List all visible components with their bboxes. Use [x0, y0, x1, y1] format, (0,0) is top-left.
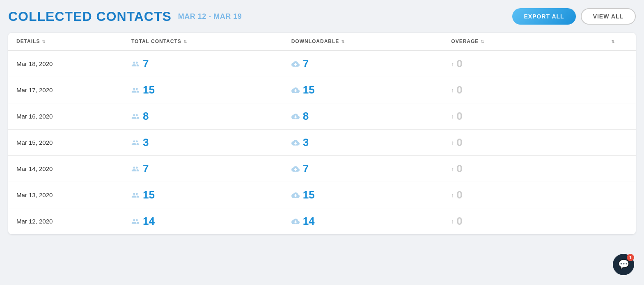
chat-badge: 1: [627, 254, 634, 261]
total-contacts-cell: 15: [131, 189, 291, 201]
contacts-icon: [131, 217, 140, 226]
date-cell: Mar 13, 2020: [16, 192, 131, 198]
sort-icon-overage: ⇅: [481, 39, 484, 44]
page-header: COLLECTED CONTACTS MAR 12 - MAR 19 EXPOR…: [8, 8, 636, 25]
up-arrow-icon: ↑: [451, 166, 454, 172]
total-count: 8: [143, 110, 149, 123]
col-header-extra: ⇅: [611, 39, 628, 44]
overage-cell: ↑ 0: [451, 215, 611, 228]
downloadable-count: 15: [303, 84, 315, 96]
overage-cell: ↑ 0: [451, 110, 611, 123]
downloadable-count: 15: [303, 189, 315, 201]
contacts-table: DETAILS ⇅ TOTAL CONTACTS ⇅ DOWNLOADABLE …: [8, 33, 636, 234]
table-row[interactable]: Mar 18, 2020 7 7 ↑ 0: [8, 51, 636, 77]
overage-cell: ↑ 0: [451, 162, 611, 175]
total-count: 15: [143, 189, 155, 201]
table-row[interactable]: Mar 14, 2020 7 7 ↑ 0: [8, 156, 636, 182]
table-header: DETAILS ⇅ TOTAL CONTACTS ⇅ DOWNLOADABLE …: [8, 33, 636, 51]
overage-cell: ↑ 0: [451, 57, 611, 70]
downloadable-count: 7: [303, 57, 309, 70]
up-arrow-icon: ↑: [451, 87, 454, 93]
date-cell: Mar 14, 2020: [16, 165, 131, 172]
download-icon: [291, 86, 300, 94]
date-cell: Mar 12, 2020: [16, 218, 131, 225]
chat-icon: 💬: [618, 259, 629, 270]
chat-bubble-button[interactable]: 💬 1: [613, 254, 634, 275]
downloadable-cell: 14: [291, 215, 451, 228]
total-count: 15: [143, 84, 155, 96]
downloadable-count: 14: [303, 215, 315, 228]
total-count: 3: [143, 136, 149, 149]
table-row[interactable]: Mar 12, 2020 14 14 ↑ 0: [8, 208, 636, 234]
overage-count: 0: [456, 189, 462, 201]
up-arrow-icon: ↑: [451, 192, 454, 198]
header-left: COLLECTED CONTACTS MAR 12 - MAR 19: [8, 9, 242, 24]
view-all-button[interactable]: VIEW ALL: [581, 8, 636, 25]
downloadable-cell: 15: [291, 189, 451, 201]
total-contacts-cell: 3: [131, 136, 291, 149]
downloadable-cell: 8: [291, 110, 451, 123]
table-row[interactable]: Mar 13, 2020 15 15 ↑ 0: [8, 182, 636, 208]
total-contacts-cell: 7: [131, 162, 291, 175]
export-all-button[interactable]: EXPORT ALL: [512, 8, 575, 25]
download-icon: [291, 139, 300, 147]
download-icon: [291, 60, 300, 68]
overage-cell: ↑ 0: [451, 84, 611, 96]
downloadable-count: 3: [303, 136, 309, 149]
date-range: MAR 12 - MAR 19: [178, 12, 242, 21]
up-arrow-icon: ↑: [451, 218, 454, 225]
downloadable-cell: 7: [291, 57, 451, 70]
total-contacts-cell: 15: [131, 84, 291, 96]
downloadable-count: 7: [303, 162, 309, 175]
download-icon: [291, 112, 300, 121]
download-icon: [291, 217, 300, 226]
table-body: Mar 18, 2020 7 7 ↑ 0 Mar 17, 2020: [8, 51, 636, 234]
total-contacts-cell: 8: [131, 110, 291, 123]
col-header-total[interactable]: TOTAL CONTACTS ⇅: [131, 39, 291, 44]
date-cell: Mar 17, 2020: [16, 87, 131, 93]
table-row[interactable]: Mar 17, 2020 15 15 ↑ 0: [8, 77, 636, 103]
overage-count: 0: [456, 215, 462, 228]
overage-count: 0: [456, 136, 462, 149]
total-contacts-cell: 14: [131, 215, 291, 228]
downloadable-cell: 7: [291, 162, 451, 175]
date-cell: Mar 16, 2020: [16, 113, 131, 120]
contacts-icon: [131, 165, 140, 173]
total-count: 14: [143, 215, 155, 228]
downloadable-count: 8: [303, 110, 309, 123]
table-row[interactable]: Mar 16, 2020 8 8 ↑ 0: [8, 103, 636, 130]
total-count: 7: [143, 162, 149, 175]
overage-count: 0: [456, 57, 462, 70]
overage-cell: ↑ 0: [451, 189, 611, 201]
total-count: 7: [143, 57, 149, 70]
sort-icon-details: ⇅: [42, 39, 46, 44]
contacts-icon: [131, 112, 140, 121]
col-header-downloadable[interactable]: DOWNLOADABLE ⇅: [291, 39, 451, 44]
downloadable-cell: 15: [291, 84, 451, 96]
up-arrow-icon: ↑: [451, 139, 454, 146]
total-contacts-cell: 7: [131, 57, 291, 70]
overage-count: 0: [456, 84, 462, 96]
overage-count: 0: [456, 162, 462, 175]
sort-icon-total: ⇅: [183, 39, 187, 44]
page-title: COLLECTED CONTACTS: [8, 9, 172, 24]
date-cell: Mar 15, 2020: [16, 139, 131, 146]
page-container: COLLECTED CONTACTS MAR 12 - MAR 19 EXPOR…: [0, 0, 644, 285]
col-header-overage[interactable]: OVERAGE ⇅: [451, 39, 611, 44]
date-cell: Mar 18, 2020: [16, 60, 131, 67]
contacts-icon: [131, 191, 140, 199]
up-arrow-icon: ↑: [451, 61, 454, 67]
contacts-icon: [131, 86, 140, 94]
overage-count: 0: [456, 110, 462, 123]
up-arrow-icon: ↑: [451, 113, 454, 120]
sort-icon-downloadable: ⇅: [341, 39, 345, 44]
download-icon: [291, 165, 300, 173]
contacts-icon: [131, 60, 140, 68]
col-header-details[interactable]: DETAILS ⇅: [16, 39, 131, 44]
contacts-icon: [131, 139, 140, 147]
overage-cell: ↑ 0: [451, 136, 611, 149]
downloadable-cell: 3: [291, 136, 451, 149]
table-row[interactable]: Mar 15, 2020 3 3 ↑ 0: [8, 130, 636, 156]
download-icon: [291, 191, 300, 199]
header-actions: EXPORT ALL VIEW ALL: [512, 8, 636, 25]
